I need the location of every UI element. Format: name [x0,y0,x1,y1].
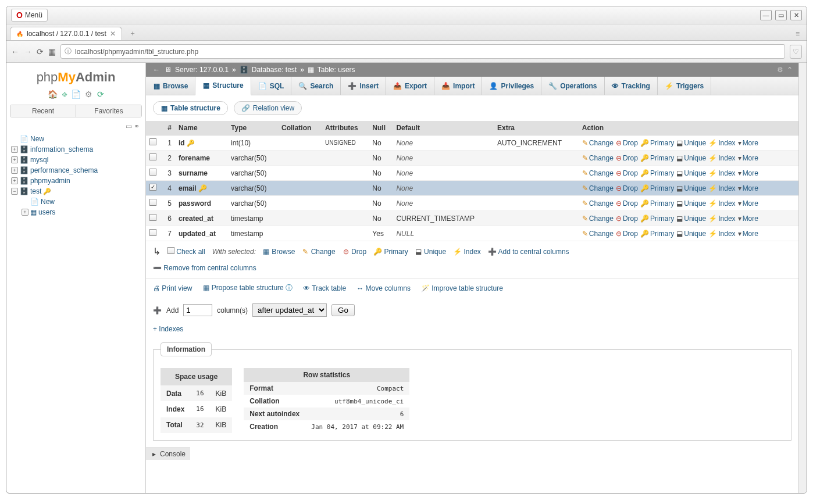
move-columns[interactable]: ↔ Move columns [356,284,411,292]
action-change[interactable]: ✎ Change [582,169,614,177]
logout-icon[interactable]: ⎆ [62,90,67,99]
url-bar[interactable]: ⓘ [60,44,785,59]
page-settings-icon[interactable]: ⚙ [777,66,783,74]
close-window-button[interactable]: ✕ [790,10,802,20]
action-primary[interactable]: 🔑 Primary [640,169,674,177]
action-index[interactable]: ⚡ Index [708,230,735,238]
tab-browse[interactable]: ▦Browse [146,77,195,95]
row-checkbox[interactable] [149,184,156,191]
tab-operations[interactable]: 🔧Operations [541,77,604,95]
action-drop[interactable]: ⊖ Drop [616,199,638,208]
action-drop[interactable]: ⊖ Drop [616,139,638,147]
action-more[interactable]: ▾ More [738,154,758,162]
site-info-icon[interactable]: ⓘ [65,47,72,56]
tree-db-performance_schema[interactable]: +🗄️performance_schema [11,165,141,176]
console-toggle[interactable]: ▸Console [146,448,190,460]
bulk-primary[interactable]: 🔑 Primary [373,248,408,256]
action-primary[interactable]: 🔑 Primary [640,215,674,223]
action-unique[interactable]: ⬓ Unique [676,154,706,162]
breadcrumb-database[interactable]: Database: test [252,66,297,74]
subnav-relation-view[interactable]: 🔗Relation view [234,101,302,115]
tree-db-phpmyadmin[interactable]: +🗄️phpmyadmin [11,176,141,186]
improve-structure[interactable]: 🪄 Improve table structure [421,284,503,292]
bookmark-heart-icon[interactable]: ♡ [790,45,802,59]
row-checkbox[interactable] [149,138,156,145]
row-checkbox[interactable] [149,199,156,206]
link-icon[interactable]: ⚭ [134,122,140,130]
nav-apps-icon[interactable]: ▦ [48,47,56,56]
action-unique[interactable]: ⬓ Unique [676,184,706,192]
action-more[interactable]: ▾ More [738,230,758,238]
add-position-select[interactable]: after updated_at [252,303,327,317]
check-all[interactable]: Check all [167,247,205,256]
collapse-icon[interactable]: ▭ [126,122,132,130]
action-unique[interactable]: ⬓ Unique [676,139,706,147]
row-checkbox[interactable] [149,229,156,236]
action-change[interactable]: ✎ Change [582,230,614,238]
add-count-input[interactable] [183,304,212,316]
add-go-button[interactable]: Go [331,304,355,316]
action-more[interactable]: ▾ More [738,199,758,208]
maximize-button[interactable]: ▭ [775,10,787,20]
tab-close-icon[interactable]: ✕ [110,30,116,38]
new-tab-button[interactable]: ＋ [124,28,141,38]
track-table[interactable]: 👁 Track table [303,284,346,292]
action-change[interactable]: ✎ Change [582,139,614,147]
nav-reload-icon[interactable]: ⟳ [37,47,44,56]
breadcrumb-back-icon[interactable]: ← [152,65,161,74]
recent-tab[interactable]: Recent [10,105,76,117]
action-index[interactable]: ⚡ Index [708,184,735,192]
browser-tab[interactable]: 🔥 localhost / 127.0.0.1 / test ✕ [10,27,122,40]
action-index[interactable]: ⚡ Index [708,199,735,208]
action-index[interactable]: ⚡ Index [708,215,735,223]
tab-import[interactable]: 📥Import [434,77,482,95]
action-change[interactable]: ✎ Change [582,215,614,223]
tab-insert[interactable]: ➕Insert [341,77,386,95]
bulk-drop[interactable]: ⊖ Drop [343,248,366,256]
tree-new[interactable]: 📄New [11,134,141,144]
tree-db-test[interactable]: −🗄️test 🔑 [11,186,141,196]
bulk-unique[interactable]: ⬓ Unique [415,248,446,256]
action-drop[interactable]: ⊖ Drop [616,230,638,238]
action-primary[interactable]: 🔑 Primary [640,154,674,162]
action-index[interactable]: ⚡ Index [708,139,735,147]
tab-search[interactable]: 🔍Search [291,77,341,95]
action-more[interactable]: ▾ More [738,215,758,223]
action-unique[interactable]: ⬓ Unique [676,199,706,208]
action-drop[interactable]: ⊖ Drop [616,154,638,162]
nav-forward-icon[interactable]: → [24,47,32,56]
tab-privileges[interactable]: 👤Privileges [482,77,541,95]
breadcrumb-table[interactable]: Table: users [318,66,355,74]
tree-db-mysql[interactable]: +🗄️mysql [11,155,141,165]
tree-db-information_schema[interactable]: +🗄️information_schema [11,144,141,155]
action-change[interactable]: ✎ Change [582,199,614,208]
tab-tracking[interactable]: 👁Tracking [605,77,658,95]
docs-icon[interactable]: 📄 [71,90,81,99]
subnav-table-structure[interactable]: ▦Table structure [153,101,228,115]
row-checkbox[interactable] [149,153,156,160]
tabs-menu-icon[interactable]: ≡ [792,30,803,38]
browser-menu-button[interactable]: O Menü [11,9,48,22]
action-change[interactable]: ✎ Change [582,184,614,192]
minimize-button[interactable]: — [760,10,772,20]
tab-sql[interactable]: 📄SQL [251,77,292,95]
action-drop[interactable]: ⊖ Drop [616,215,638,223]
action-primary[interactable]: 🔑 Primary [640,199,674,208]
action-index[interactable]: ⚡ Index [708,154,735,162]
action-more[interactable]: ▾ More [738,139,758,147]
bulk-change[interactable]: ✎ Change [302,248,335,256]
row-checkbox[interactable] [149,214,156,221]
action-more[interactable]: ▾ More [738,169,758,177]
bulk-index[interactable]: ⚡ Index [453,248,481,256]
indexes-toggle[interactable]: + Indexes [153,325,183,333]
action-more[interactable]: ▾ More [738,184,758,192]
propose-structure[interactable]: ▦ Propose table structure ⓘ [202,283,293,293]
settings-icon[interactable]: ⚙ [85,90,92,99]
tab-structure[interactable]: ▦Structure [195,77,251,95]
tree-new-table[interactable]: 📄New [22,196,141,207]
action-primary[interactable]: 🔑 Primary [640,139,674,147]
url-input[interactable] [75,48,781,56]
bulk-remove-central[interactable]: ➖ Remove from central columns [153,264,256,272]
page-collapse-icon[interactable]: ⌃ [787,66,793,74]
action-unique[interactable]: ⬓ Unique [676,215,706,223]
